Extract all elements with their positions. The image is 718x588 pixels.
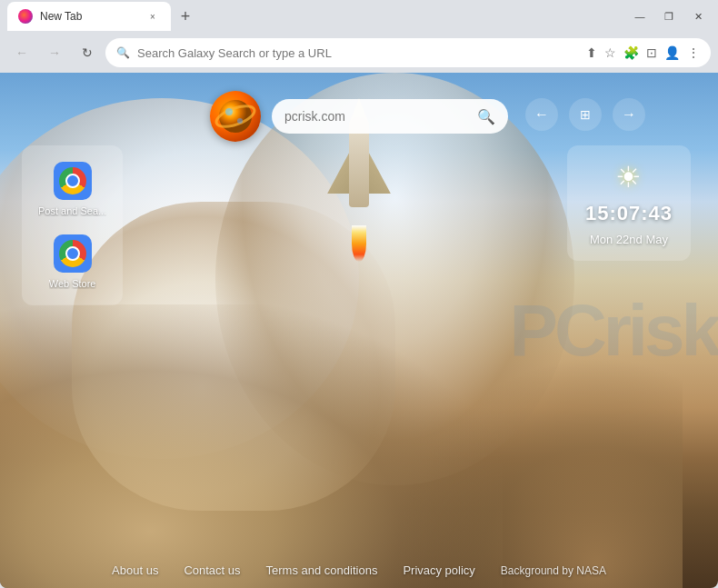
address-bar-actions: ⬆ ☆ 🧩 ⊡ 👤 ⋮	[586, 45, 700, 60]
active-tab[interactable]: New Tab ×	[7, 2, 171, 31]
shortcut-icon-post	[54, 162, 92, 200]
logo	[210, 91, 261, 142]
shortcut-label-webstore: Web Store	[49, 278, 96, 289]
forward-button[interactable]: →	[40, 38, 69, 67]
page-forward-arrow[interactable]: →	[613, 98, 645, 131]
footer-link-contact[interactable]: Contact us	[184, 563, 240, 577]
new-tab-button[interactable]: +	[173, 4, 198, 29]
address-input[interactable]	[137, 46, 579, 60]
chrome-icon-webstore	[59, 240, 86, 267]
tab-search-icon[interactable]: ⊡	[646, 45, 657, 60]
shortcut-item-post-and-sea[interactable]: Post and Sea...	[33, 156, 112, 222]
menu-icon[interactable]: ⋮	[687, 45, 700, 60]
nav-bar: ← → ↻ 🔍 ⬆ ☆ 🧩 ⊡ 👤 ⋮	[0, 33, 718, 73]
tab-strip: New Tab × +	[7, 2, 198, 31]
search-icon: 🔍	[116, 46, 130, 59]
shortcuts-panel: Post and Sea... Web Store	[22, 145, 123, 305]
tab-title: New Tab	[40, 10, 138, 23]
logo-svg	[214, 95, 256, 137]
reload-button[interactable]: ↻	[73, 38, 102, 67]
close-button[interactable]: ✕	[685, 7, 711, 25]
profile-icon[interactable]: 👤	[664, 45, 680, 60]
clock-date: Mon 22nd May	[590, 233, 668, 246]
page-grid-button[interactable]: ⊞	[569, 98, 602, 131]
footer: About us Contact us Terms and conditions…	[0, 554, 718, 588]
maximize-button[interactable]: ❐	[656, 7, 682, 25]
browser-frame: New Tab × + — ❐ ✕ ← → ↻ 🔍 ⬆ ☆ 🧩 ⊡ 👤 ⋮	[0, 0, 718, 588]
page-arrows: ← ⊞ →	[525, 98, 645, 131]
page-search-bar[interactable]: 🔍	[272, 99, 508, 134]
shortcut-icon-webstore	[54, 234, 92, 273]
smoke-2	[395, 356, 683, 588]
clock-time: 15:07:43	[585, 202, 673, 225]
shuttle-wing-left	[327, 153, 349, 194]
back-button[interactable]: ←	[7, 38, 36, 67]
page-search-area: 🔍	[210, 91, 508, 142]
shuttle-flame	[352, 225, 366, 262]
shortcut-item-web-store[interactable]: Web Store	[33, 229, 112, 294]
svg-point-2	[225, 108, 233, 115]
content-area: PCrisk	[0, 73, 718, 588]
footer-link-terms[interactable]: Terms and conditions	[266, 563, 378, 577]
title-bar: New Tab × + — ❐ ✕	[0, 0, 718, 33]
minimize-button[interactable]: —	[627, 7, 653, 25]
shuttle-wing-right	[369, 153, 391, 194]
sun-icon: ☀	[615, 160, 642, 194]
tab-close-button[interactable]: ×	[145, 9, 160, 24]
page-back-arrow[interactable]: ←	[525, 98, 558, 131]
tab-favicon	[18, 9, 33, 24]
footer-credit: Background by NASA	[501, 564, 606, 577]
shortcut-label-post: Post and Sea...	[38, 205, 106, 216]
clock-widget: ☀ 15:07:43 Mon 22nd May	[567, 145, 691, 261]
page-search-button[interactable]: 🔍	[477, 108, 495, 125]
window-controls: — ❐ ✕	[627, 7, 711, 25]
page-search-input[interactable]	[284, 109, 470, 124]
search-submit-icon: 🔍	[477, 109, 495, 125]
chrome-icon-post	[59, 167, 86, 194]
footer-link-privacy[interactable]: Privacy policy	[403, 563, 474, 577]
footer-link-about[interactable]: About us	[112, 563, 158, 577]
share-icon[interactable]: ⬆	[586, 45, 597, 60]
bookmark-icon[interactable]: ☆	[604, 45, 616, 60]
extensions-icon[interactable]: 🧩	[623, 45, 639, 60]
svg-point-3	[237, 118, 243, 124]
address-bar[interactable]: 🔍 ⬆ ☆ 🧩 ⊡ 👤 ⋮	[105, 38, 711, 67]
